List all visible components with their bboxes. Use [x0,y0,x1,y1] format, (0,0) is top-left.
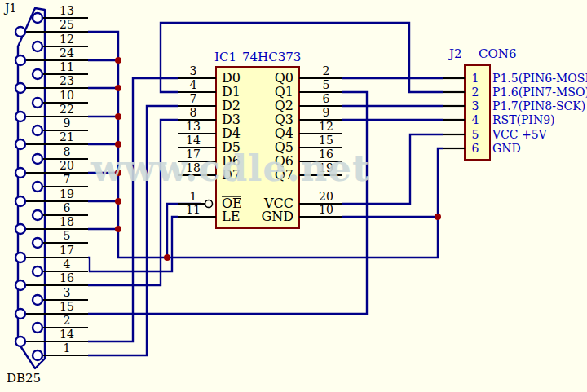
db25-pin-number-23: 23 [60,74,74,87]
db25-pin-circle-9 [33,126,42,135]
db25-pin-circle-23 [15,83,25,93]
ic-pin-number-6: 6 [323,92,330,105]
j2-pin-label-6: GND [492,142,521,155]
db25-pin-number-10: 10 [60,89,74,102]
ic-pin-number-9: 9 [323,106,330,119]
db25-pin-number-18: 18 [60,215,74,228]
ic-pin-number-1: 1 [190,190,197,203]
j2-pin-label-1: P1.5(PIN6-MOSI) [492,72,587,85]
db25-pin-circle-18 [15,224,25,234]
j2-pin-number-5: 5 [472,128,479,141]
db25-ref-label: J1 [5,2,17,14]
db25-pin-circle-4 [33,266,42,276]
db25-pin-circle-6 [33,210,42,220]
junction-dot [115,113,121,120]
j2-pin-number-3: 3 [472,99,479,112]
junction-dot [164,254,170,261]
db25-pin-circle-1 [33,350,42,360]
ic-pin-number-10: 10 [319,203,333,216]
schematic-canvas: 1325122411231022921820719618517416315214… [0,0,587,392]
ic-pin-label-LE: LE [222,209,240,224]
ic-pin-number-14: 14 [186,134,201,147]
db25-pin-number-19: 19 [60,187,74,200]
ic-pin-number-4: 4 [190,78,197,91]
wire [161,23,443,92]
ic-pin-label-GND: GND [261,209,294,224]
db25-pin-circle-13 [33,13,42,23]
ic-pin-number-20: 20 [319,190,333,203]
watermark-text: www.cdle.net [91,150,370,187]
junction-dot [115,85,121,91]
db25-pin-number-4: 4 [64,258,71,271]
ic-pin-number-7: 7 [190,92,197,105]
db25-pin-number-20: 20 [60,159,74,172]
db25-pin-circle-10 [33,98,42,108]
j2-part-label: CON6 [479,48,516,60]
junction-dot [115,226,121,232]
ic-ref-label: IC1 [214,51,236,64]
junction-dot [115,198,121,205]
db25-pin-number-11: 11 [60,60,74,73]
db25-pin-circle-15 [15,309,25,319]
db25-pin-circle-3 [33,295,42,305]
ic-pin-number-11: 11 [186,203,201,216]
db25-pin-number-24: 24 [60,46,74,59]
db25-pin-number-8: 8 [64,145,71,158]
db25-pin-number-3: 3 [64,286,71,299]
db25-pin-circle-20 [15,168,25,178]
db25-pin-circle-17 [15,253,25,262]
db25-pin-number-14: 14 [60,328,74,341]
wire [88,78,178,341]
ic-part-label: 74HC373 [242,51,301,64]
ic-pin-number-5: 5 [323,78,330,91]
db25-pin-number-22: 22 [60,103,74,116]
db25-pin-number-9: 9 [64,117,71,130]
db25-pin-number-13: 13 [60,4,74,17]
db25-pin-circle-25 [15,27,25,37]
j2-pin-number-6: 6 [472,142,479,155]
db25-pin-circle-19 [15,196,25,206]
db25-pin-circle-8 [33,154,42,164]
db25-pin-number-6: 6 [64,201,71,214]
j2-pin-number-4: 4 [472,113,479,126]
ic-pin-number-13: 13 [186,120,201,133]
db25-pin-number-7: 7 [64,173,71,186]
db25-pin-number-1: 1 [64,341,71,355]
j2-pin-label-3: P1.7(PIN8-SCK) [492,99,585,112]
db25-pin-number-16: 16 [60,271,74,284]
db25-pin-circle-22 [15,112,25,121]
db25-pin-number-12: 12 [60,33,74,46]
ic-oe-bubble [205,200,213,208]
db25-pin-circle-12 [33,42,42,51]
j2-pin-number-2: 2 [472,86,479,99]
db25-pin-circle-11 [33,69,42,79]
ic-pin-number-8: 8 [190,106,197,119]
ic-pin-number-2: 2 [323,64,330,77]
db25-pin-circle-24 [15,55,25,65]
db25-type-label: DB25 [7,372,41,385]
db25-pin-number-17: 17 [60,244,74,257]
db25-pin-number-25: 25 [60,18,74,31]
db25-pin-number-15: 15 [60,300,74,313]
db25-pin-number-21: 21 [60,130,74,143]
ic-pin-number-12: 12 [319,120,333,133]
j2-ref-label: J2 [449,48,462,60]
j2-pin-number-1: 1 [472,72,479,85]
db25-pin-circle-16 [15,280,25,290]
junction-dot [115,57,121,64]
db25-pin-number-2: 2 [64,314,71,327]
j2-pin-label-5: VCC +5V [492,128,548,141]
ic-pin-number-15: 15 [319,134,333,147]
db25-pin-circle-7 [33,182,42,192]
j2-pin-label-2: P1.6(PIN7-MSO) [492,86,587,99]
db25-pin-circle-2 [33,323,42,333]
db25-pin-circle-14 [15,337,25,346]
db25-pin-circle-5 [33,238,42,248]
junction-dot [435,214,441,220]
j2-pin-label-4: RST(PIN9) [492,113,555,126]
db25-pin-number-5: 5 [64,229,71,242]
ic-pin-number-3: 3 [190,64,197,77]
db25-pin-circle-21 [15,139,25,149]
